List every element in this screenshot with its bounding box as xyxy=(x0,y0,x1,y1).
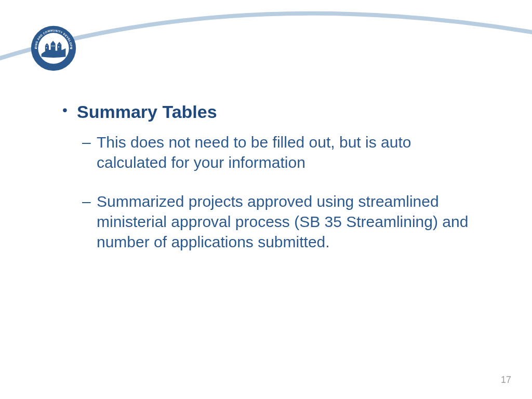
page-number: 17 xyxy=(501,375,511,385)
svg-rect-10 xyxy=(54,46,55,47)
decorative-arc xyxy=(0,0,532,104)
svg-rect-8 xyxy=(46,47,47,48)
sub-bullet-list: This does not need to be filled out, but… xyxy=(77,132,485,252)
svg-rect-11 xyxy=(58,46,59,47)
sub-bullet-item: Summarized projects approved using strea… xyxy=(97,191,485,252)
main-bullet: Summary Tables This does not need to be … xyxy=(62,101,485,252)
hcd-california-logo: HOUSING AND COMMUNITY DEVELOPMENT CALIFO… xyxy=(30,25,77,72)
svg-rect-6 xyxy=(57,45,61,51)
sub-bullet-item: This does not need to be filled out, but… xyxy=(97,132,485,172)
slide-content: Summary Tables This does not need to be … xyxy=(62,101,485,271)
svg-point-15 xyxy=(70,48,72,49)
svg-point-14 xyxy=(35,48,37,49)
slide-title: Summary Tables xyxy=(77,101,485,123)
svg-rect-4 xyxy=(51,44,56,51)
svg-rect-9 xyxy=(51,46,52,47)
